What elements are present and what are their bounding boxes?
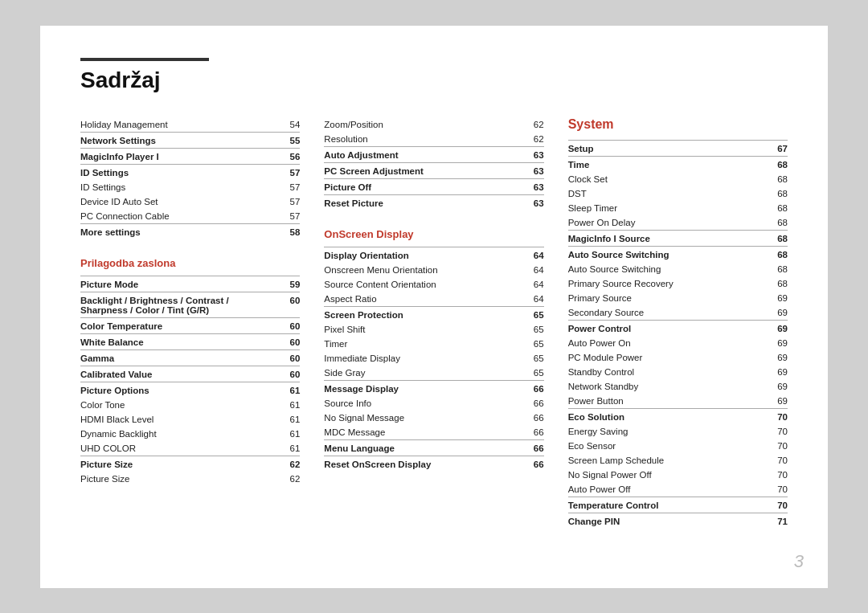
toc-page: 60	[277, 317, 300, 333]
table-row: White Balance60	[80, 333, 300, 349]
toc-label: No Signal Power Off	[568, 468, 749, 482]
toc-page: 68	[749, 172, 788, 186]
table-row: Color Temperature60	[80, 317, 300, 333]
toc-page: 69	[749, 336, 788, 350]
toc-page: 66	[507, 380, 543, 396]
toc-label: Aspect Ratio	[324, 292, 507, 307]
toc-page: 57	[256, 209, 300, 224]
toc-label: Menu Language	[324, 439, 507, 456]
toc-label: Source Content Orientation	[324, 277, 507, 292]
table-row: Standby Control69	[568, 365, 788, 379]
toc-page: 68	[749, 201, 788, 215]
table-row: ID Settings57	[80, 164, 300, 180]
table-row: Network Standby69	[568, 379, 788, 394]
toc-label: Calibrated Value	[80, 366, 277, 382]
toc-label: Setup	[568, 140, 749, 156]
toc-label: Device ID Auto Set	[80, 194, 256, 209]
toc-page: 65	[507, 366, 543, 381]
toc-label: Picture Off	[324, 178, 503, 194]
table-row: Aspect Ratio64	[324, 292, 543, 307]
col3-section-title: System	[568, 117, 788, 132]
toc-label: Change PIN	[568, 513, 749, 529]
toc-label: Source Info	[324, 396, 507, 411]
toc-page: 69	[749, 350, 788, 365]
toc-page: 70	[749, 468, 788, 482]
table-row: MDC Message66	[324, 425, 543, 440]
toc-page: 61	[277, 441, 300, 456]
table-row: Temperature Control70	[568, 497, 788, 513]
table-row: Picture Off63	[324, 178, 543, 194]
toc-page: 63	[503, 178, 544, 194]
col2-bottom-table: Display Orientation64Onscreen Menu Orien…	[324, 247, 543, 472]
toc-label: Secondary Source	[568, 305, 749, 321]
table-row: Energy Saving70	[568, 424, 788, 439]
toc-label: Network Settings	[80, 132, 256, 148]
toc-page: 68	[749, 186, 788, 201]
toc-label: Color Temperature	[80, 317, 277, 333]
toc-page: 68	[749, 230, 788, 246]
table-row: Auto Source Switching68	[568, 262, 788, 276]
toc-label: Auto Source Switching	[568, 262, 749, 276]
toc-label: MagicInfo I Source	[568, 230, 749, 246]
page: Sadržaj Holiday Management54Network Sett…	[40, 26, 828, 588]
table-row: Timer65	[324, 337, 543, 351]
toc-page: 61	[277, 412, 300, 427]
toc-label: MagicInfo Player I	[80, 148, 256, 164]
table-row: PC Connection Cable57	[80, 209, 300, 224]
toc-page: 69	[749, 320, 788, 336]
toc-page: 68	[749, 246, 788, 262]
toc-label: PC Module Power	[568, 350, 749, 365]
table-row: Picture Options61	[80, 382, 300, 398]
toc-page: 66	[507, 439, 543, 456]
toc-label: No Signal Message	[324, 411, 507, 425]
table-row: Primary Source69	[568, 291, 788, 305]
table-row: Display Orientation64	[324, 247, 543, 263]
toc-page: 69	[749, 379, 788, 394]
table-row: PC Screen Adjustment63	[324, 162, 543, 178]
toc-label: ID Settings	[80, 164, 256, 180]
toc-label: Eco Solution	[568, 408, 749, 424]
toc-page: 60	[277, 292, 300, 317]
column-1: Holiday Management54Network Settings55Ma…	[80, 117, 324, 486]
toc-label: Display Orientation	[324, 247, 507, 263]
toc-label: Zoom/Position	[324, 117, 503, 132]
toc-page: 64	[507, 263, 543, 277]
toc-label: Onscreen Menu Orientation	[324, 263, 507, 277]
toc-label: Time	[568, 156, 749, 172]
toc-page: 66	[507, 396, 543, 411]
toc-page: 60	[277, 333, 300, 349]
page-title: Sadržaj	[80, 67, 788, 93]
table-row: Screen Lamp Schedule70	[568, 453, 788, 468]
toc-page: 56	[256, 148, 300, 164]
toc-page: 70	[749, 408, 788, 424]
table-row: Auto Power On69	[568, 336, 788, 350]
toc-label: ID Settings	[80, 180, 256, 194]
table-row: Power Control69	[568, 320, 788, 336]
toc-page: 63	[503, 146, 544, 162]
toc-label: Message Display	[324, 380, 507, 396]
toc-page: 71	[749, 513, 788, 529]
toc-label: Clock Set	[568, 172, 749, 186]
table-row: Time68	[568, 156, 788, 172]
toc-label: Picture Mode	[80, 276, 277, 292]
toc-page: 62	[277, 456, 300, 472]
toc-label: MDC Message	[324, 425, 507, 440]
table-row: More settings58	[80, 223, 300, 239]
table-row: Calibrated Value60	[80, 366, 300, 382]
toc-page: 60	[277, 349, 300, 366]
table-row: Eco Sensor70	[568, 439, 788, 453]
page-number: 3	[794, 551, 804, 572]
title-bar	[80, 58, 209, 61]
toc-label: Power Button	[568, 394, 749, 409]
toc-page: 68	[749, 215, 788, 231]
toc-page: 65	[507, 306, 543, 322]
table-row: Immediate Display65	[324, 351, 543, 366]
toc-label: White Balance	[80, 333, 277, 349]
toc-page: 69	[749, 394, 788, 409]
toc-label: Primary Source Recovery	[568, 276, 749, 291]
toc-page: 70	[749, 424, 788, 439]
toc-page: 64	[507, 277, 543, 292]
toc-label: DST	[568, 186, 749, 201]
table-row: Auto Power Off70	[568, 482, 788, 497]
table-row: No Signal Power Off70	[568, 468, 788, 482]
